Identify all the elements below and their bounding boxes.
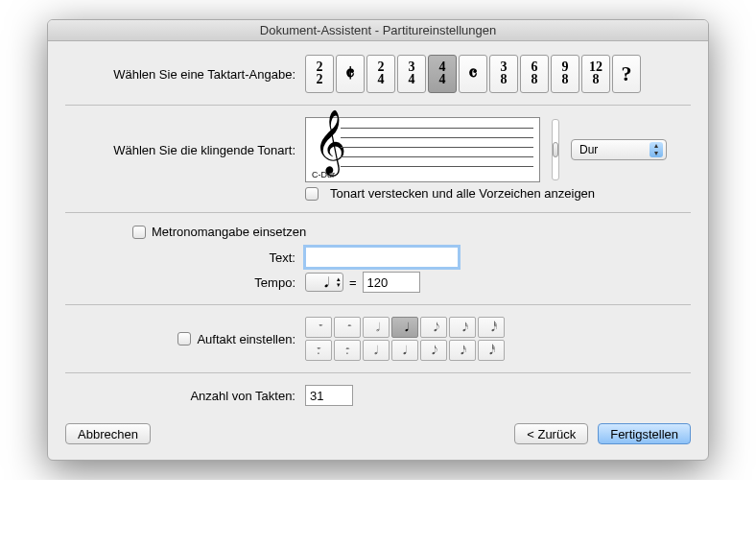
hide-key-label: Tonart verstecken und alle Vorzeichen an… [330, 186, 595, 201]
finish-button[interactable]: Fertigstellen [598, 423, 691, 444]
equals-sign: = [349, 275, 357, 290]
timesig-option[interactable]: 22 [305, 55, 334, 93]
back-button[interactable]: < Zurück [514, 423, 588, 444]
pickup-label: Auftakt einstellen: [197, 332, 295, 346]
duration-option[interactable]: 𝄻. [305, 340, 332, 361]
duration-grid: 𝄻𝄼𝅗𝅥𝅘𝅥𝅘𝅥𝅮𝅘𝅥𝅯𝅘𝅥𝅰𝄻.𝄼.𝅗𝅥.𝅘𝅥.𝅘𝅥𝅮.𝅘𝅥𝅯.𝅘𝅥𝅰. [305, 317, 505, 361]
timesig-group: 22𝄵243444𝄴386898128? [305, 55, 641, 93]
bars-label: Anzahl von Takten: [65, 389, 305, 403]
key-slider-thumb[interactable] [553, 142, 558, 157]
duration-option[interactable]: 𝄼. [334, 340, 361, 361]
key-preview: 𝄞 C-Dur [305, 117, 540, 182]
select-arrows-icon: ▴▾ [650, 142, 663, 157]
timesig-option[interactable]: 24 [366, 55, 395, 93]
duration-option[interactable]: 𝅘𝅥𝅰 [478, 317, 505, 338]
bars-input[interactable] [305, 385, 353, 406]
dialog-content: Wählen Sie eine Taktart-Angabe: 22𝄵24344… [48, 41, 708, 460]
separator [65, 304, 691, 305]
metronome-text-label: Text: [65, 250, 305, 265]
duration-option[interactable]: 𝅘𝅥𝅮 [420, 317, 447, 338]
key-mode-select[interactable]: Dur ▴▾ [571, 139, 667, 160]
key-name: C-Dur [312, 170, 335, 179]
duration-option[interactable]: 𝅘𝅥𝅯. [449, 340, 476, 361]
duration-option[interactable]: 𝅘𝅥. [391, 340, 418, 361]
tempo-label: Tempo: [65, 275, 305, 290]
duration-option[interactable]: 𝅘𝅥𝅰. [478, 340, 505, 361]
pickup-checkbox[interactable] [177, 332, 191, 345]
timesig-option[interactable]: 34 [397, 55, 426, 93]
window-title: Dokument-Assistent - Partitureinstellung… [48, 20, 708, 41]
timesig-option[interactable]: 𝄵 [336, 55, 365, 93]
metronome-text-input[interactable] [305, 247, 459, 268]
select-arrows-icon: ▴▾ [337, 276, 341, 288]
duration-option[interactable]: 𝄻 [305, 317, 332, 338]
key-label: Wählen Sie die klingende Tonart: [65, 143, 305, 157]
dialog-footer: Abbrechen < Zurück Fertigstellen [65, 423, 691, 444]
timesig-option[interactable]: 𝄴 [459, 55, 487, 93]
timesig-option[interactable]: 128 [581, 55, 610, 93]
timesig-option[interactable]: 98 [551, 55, 579, 93]
duration-option[interactable]: 𝄼 [334, 317, 361, 338]
tempo-value-input[interactable] [363, 272, 420, 293]
key-mode-value: Dur [579, 143, 598, 156]
key-slider[interactable] [552, 119, 559, 180]
separator [65, 372, 691, 373]
timesig-option[interactable]: 38 [489, 55, 518, 93]
duration-option[interactable]: 𝅘𝅥𝅯 [449, 317, 476, 338]
cancel-button[interactable]: Abbrechen [65, 423, 151, 444]
metronome-label: Metronomangabe einsetzen [152, 225, 306, 239]
separator [65, 212, 691, 213]
dialog-window: Dokument-Assistent - Partitureinstellung… [47, 19, 709, 461]
timesig-option[interactable]: ? [612, 55, 641, 93]
treble-clef-icon: 𝄞 [314, 114, 346, 170]
timesig-option[interactable]: 68 [520, 55, 549, 93]
duration-option[interactable]: 𝅗𝅥. [363, 340, 390, 361]
duration-option[interactable]: 𝅘𝅥 [391, 317, 418, 338]
duration-option[interactable]: 𝅘𝅥𝅮. [420, 340, 447, 361]
duration-option[interactable]: 𝅗𝅥 [363, 317, 390, 338]
hide-key-checkbox[interactable] [305, 187, 319, 201]
separator [65, 105, 691, 106]
metronome-checkbox[interactable] [132, 226, 146, 239]
timesig-label: Wählen Sie eine Taktart-Angabe: [65, 67, 305, 82]
tempo-note-select[interactable]: 𝅘𝅥 ▴▾ [305, 273, 343, 292]
timesig-option[interactable]: 44 [428, 55, 457, 93]
